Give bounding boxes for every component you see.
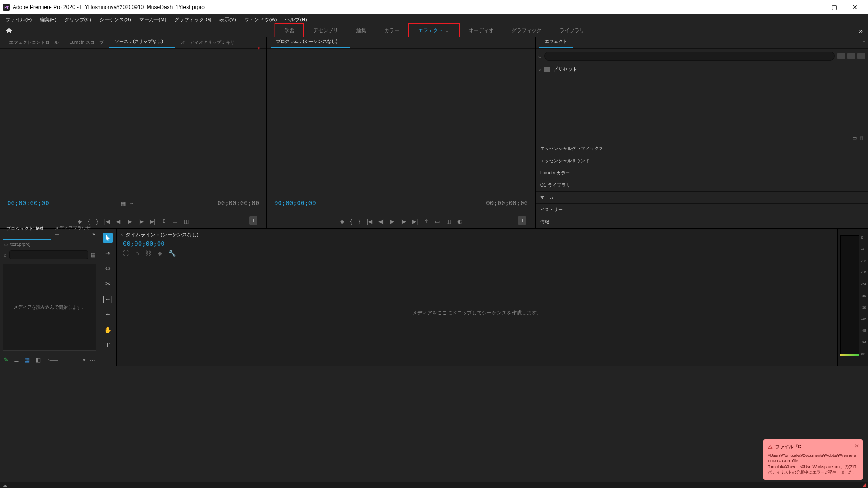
mark-out-bracket-icon[interactable]: } (96, 218, 98, 225)
nest-icon[interactable]: ⛶ (123, 250, 129, 257)
type-tool-icon[interactable]: T (103, 340, 113, 350)
slip-tool-icon[interactable]: |↔| (103, 294, 113, 304)
effects-panel-menu-icon[interactable]: ≡ (863, 40, 865, 45)
fx-badge-accelerated-icon[interactable] (837, 53, 845, 59)
tab-effect-controls[interactable]: エフェクトコントロール (4, 38, 64, 48)
workspace-tab-effects-menu-icon[interactable]: ≡ (444, 29, 450, 33)
step-forward-icon[interactable]: |▶ (138, 218, 144, 225)
tab-audio-clip-mixer[interactable]: オーディオクリップミキサー (175, 38, 245, 48)
effects-search-input[interactable] (544, 52, 835, 61)
timeline-empty[interactable]: メディアをここにドロップしてシーケンスを作成します。 (117, 259, 837, 366)
tab-media-browser[interactable]: メディアブラウザー (51, 224, 96, 240)
hand-tool-icon[interactable]: ✋ (103, 325, 113, 335)
side-essential-graphics[interactable]: エッセンシャルグラフィックス (536, 143, 868, 155)
tab-lumetri-scopes[interactable]: Lumetri スコープ (64, 38, 109, 48)
timeline-menu-icon[interactable]: ≡ (201, 233, 207, 237)
go-to-in-icon[interactable]: |◀ (367, 218, 372, 225)
fit-icon[interactable]: ▦ (121, 201, 126, 206)
timeline-timecode[interactable]: 00;00;00;00 (123, 240, 165, 247)
tab-program[interactable]: プログラム：(シーケンスなし) ≡ (271, 37, 350, 48)
project-bin[interactable]: メディアを読み込んで開始します。 (3, 264, 96, 351)
selection-tool-icon[interactable] (103, 233, 113, 243)
list-view-icon[interactable]: ≣ (14, 357, 19, 363)
timeline-close-icon[interactable]: × (120, 232, 123, 237)
icon-view-icon[interactable]: ▦ (24, 357, 30, 363)
delete-icon[interactable]: 🗑 (859, 135, 864, 141)
menu-view[interactable]: 表示(V) (216, 15, 240, 24)
side-cc-libraries[interactable]: CC ライブラリ (536, 179, 868, 192)
zoom-slider-icon[interactable]: ○── (46, 357, 58, 363)
workspace-tab-assembly[interactable]: アセンブリ (304, 24, 347, 37)
sort-icon[interactable]: ≡▾ (79, 357, 86, 363)
cloud-sync-icon[interactable]: ☁ (3, 483, 7, 488)
freeform-view-icon[interactable]: ◧ (35, 357, 41, 363)
presets-folder[interactable]: › プリセット (539, 65, 864, 74)
program-time-left[interactable]: 00;00;00;00 (274, 199, 316, 206)
menu-edit[interactable]: 編集(E) (36, 15, 60, 24)
workspace-tab-editing[interactable]: 編集 (347, 24, 375, 37)
insert-icon[interactable]: ↧ (162, 218, 166, 225)
project-tabs-more-icon[interactable]: » (92, 231, 95, 237)
snap-icon[interactable]: ∩ (135, 250, 139, 257)
tab-source-menu-icon[interactable]: ≡ (164, 40, 170, 44)
home-icon[interactable] (5, 28, 14, 34)
side-lumetri-color[interactable]: Lumetri カラー (536, 167, 868, 179)
menu-graphic[interactable]: グラフィック(G) (171, 15, 215, 24)
pen-tool-icon[interactable]: ✒ (103, 310, 113, 319)
menu-marker[interactable]: マーカー(M) (135, 15, 170, 24)
track-select-tool-icon[interactable]: ⇥ (103, 248, 113, 258)
workspace-tab-graphics[interactable]: グラフィック (503, 24, 551, 37)
maximize-button[interactable]: ▢ (824, 0, 845, 14)
toast-close-icon[interactable]: ✕ (854, 443, 859, 449)
ripple-edit-tool-icon[interactable]: ⇔ (103, 263, 113, 273)
export-frame-icon[interactable]: ◫ (184, 218, 189, 225)
go-to-out-icon[interactable]: ▶| (412, 218, 418, 225)
tab-project-menu-icon[interactable]: ≡ (6, 233, 12, 237)
menu-sequence[interactable]: シーケンス(S) (96, 15, 135, 24)
workspace-tab-color[interactable]: カラー (375, 24, 408, 37)
project-view-icon[interactable]: ▦ (91, 252, 95, 258)
tab-source[interactable]: ソース：(クリップなし) ≡ (109, 37, 175, 48)
fx-badge-32bit-icon[interactable] (847, 53, 855, 59)
source-add-button-icon[interactable]: + (249, 216, 257, 225)
safe-margin-icon[interactable]: ↔ (129, 201, 134, 206)
workspace-more-icon[interactable]: » (859, 27, 863, 34)
workspace-tab-audio[interactable]: オーディオ (460, 24, 503, 37)
comparison-icon[interactable]: ◐ (457, 218, 462, 225)
mark-in-bracket-icon[interactable]: { (350, 218, 352, 225)
play-icon[interactable]: ▶ (390, 218, 394, 225)
freeform-icon[interactable]: ✎ (4, 357, 9, 363)
settings-icon[interactable]: 🔧 (168, 250, 176, 257)
minimize-button[interactable]: — (803, 0, 824, 14)
workspace-tab-library[interactable]: ライブラリ (551, 24, 593, 37)
new-bin-icon[interactable]: ▭ (852, 135, 857, 141)
workspace-tab-learn[interactable]: 学習 (275, 23, 304, 38)
step-back-icon[interactable]: ◀| (378, 218, 384, 225)
menu-file[interactable]: ファイル(F) (2, 15, 35, 24)
lift-icon[interactable]: ↥ (424, 218, 429, 225)
timeline-title[interactable]: タイムライン：(シーケンスなし) (126, 231, 198, 238)
export-frame-icon[interactable]: ◫ (446, 218, 451, 225)
go-to-in-icon[interactable]: |◀ (104, 218, 110, 225)
warning-icon[interactable]: ◢ (863, 482, 866, 487)
tab-project[interactable]: プロジェクト: test ≡ (3, 224, 51, 240)
side-essential-sound[interactable]: エッセンシャルサウンド (536, 155, 868, 167)
program-add-button-icon[interactable]: + (518, 216, 526, 225)
fx-badge-yuv-icon[interactable] (857, 53, 865, 59)
marker-icon[interactable]: ◆ (158, 250, 162, 257)
mark-out-bracket-icon[interactable]: } (359, 218, 360, 225)
menu-help[interactable]: ヘルプ(H) (281, 15, 310, 24)
workspace-tab-effects[interactable]: エフェクト ≡ (408, 23, 460, 38)
go-to-out-icon[interactable]: ▶| (150, 218, 155, 225)
menu-window[interactable]: ウィンドウ(W) (241, 15, 281, 24)
extract-icon[interactable]: ▭ (435, 218, 440, 225)
menu-clip[interactable]: クリップ(C) (61, 15, 95, 24)
source-time-left[interactable]: 00;00;00;00 (7, 199, 49, 206)
close-button[interactable]: ✕ (845, 0, 865, 14)
mark-in-icon[interactable]: ◆ (340, 218, 344, 225)
play-icon[interactable]: ▶ (128, 218, 132, 225)
step-back-icon[interactable]: ◀| (116, 218, 121, 225)
auto-sequence-icon[interactable]: ⋯ (89, 357, 95, 363)
side-history[interactable]: ヒストリー (536, 204, 868, 216)
side-info[interactable]: 情報 (536, 216, 868, 228)
